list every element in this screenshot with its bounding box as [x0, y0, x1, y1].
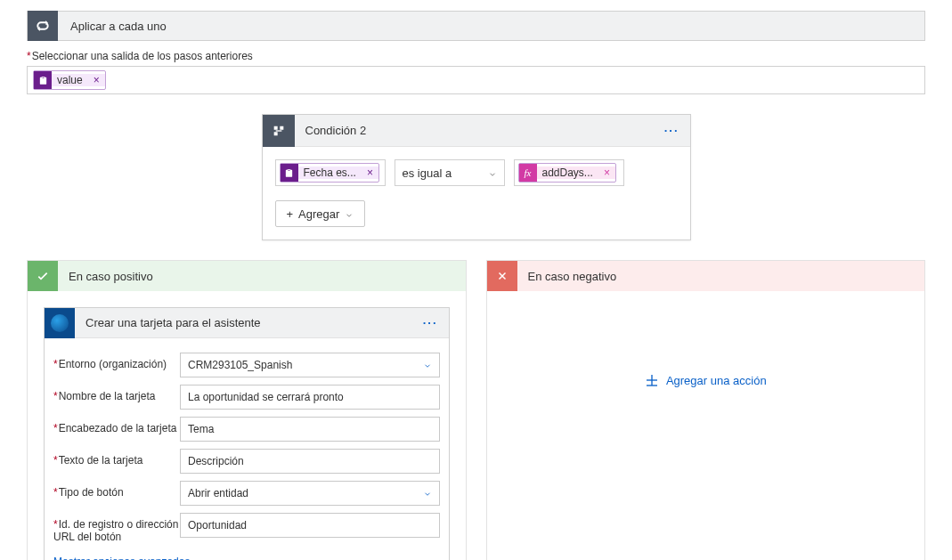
fecha-token[interactable]: Fecha es... ×: [280, 163, 379, 183]
condition-right-operand[interactable]: fx addDays... ×: [514, 159, 624, 186]
adddays-token[interactable]: fx addDays... ×: [518, 163, 616, 183]
token-label: Fecha es...: [298, 166, 362, 179]
positive-branch-header[interactable]: En caso positivo: [28, 261, 466, 291]
clipboard-icon: [34, 71, 52, 89]
condition-operator-select[interactable]: es igual a: [395, 159, 505, 186]
svg-rect-2: [647, 385, 657, 386]
chevron-down-icon: [423, 361, 432, 369]
buttontype-value: Abrir entidad: [188, 487, 248, 499]
foreach-step-header[interactable]: Aplicar a cada uno: [27, 11, 925, 41]
cardname-label: Nombre de la tarjeta: [53, 385, 180, 402]
cardheader-value: Tema: [188, 423, 214, 435]
chevron-down-icon: [345, 209, 354, 218]
add-action-icon: [645, 373, 659, 387]
recordid-input[interactable]: Oportunidad: [180, 513, 440, 538]
add-action-label: Agregar una acción: [666, 374, 767, 387]
chevron-down-icon: [488, 168, 497, 177]
create-card-action: Crear una tarjeta para el asistente ··· …: [44, 307, 450, 560]
action-header[interactable]: Crear una tarjeta para el asistente ···: [45, 308, 449, 338]
token-remove[interactable]: ×: [598, 166, 615, 179]
recordid-label: Id. de registro o dirección URL del botó…: [53, 513, 180, 543]
cardheader-input[interactable]: Tema: [180, 417, 440, 442]
env-value: CRM293105_Spanish: [188, 359, 292, 371]
cardname-input[interactable]: La oportunidad se cerrará pronto: [180, 385, 440, 410]
token-remove[interactable]: ×: [88, 74, 105, 86]
chevron-down-icon: [423, 489, 432, 498]
check-icon: [28, 261, 58, 291]
dynamics-icon: [45, 308, 75, 338]
cardtext-input[interactable]: Descripción: [180, 449, 440, 474]
plus-icon: +: [287, 207, 294, 221]
condition-title: Condición 2: [295, 124, 367, 137]
condition-header[interactable]: Condición 2 ···: [263, 115, 690, 147]
advanced-label: Mostrar opciones avanzadas: [53, 556, 190, 560]
svg-rect-1: [651, 375, 652, 386]
negative-branch: En caso negativo Agregar una acción: [486, 260, 926, 560]
recordid-value: Oportunidad: [188, 519, 247, 532]
foreach-input-row[interactable]: value ×: [27, 66, 925, 94]
cardname-value: La oportunidad se cerrará pronto: [188, 391, 344, 403]
negative-branch-header[interactable]: En caso negativo: [487, 261, 925, 291]
condition-card: Condición 2 ··· Fecha es... ×: [262, 114, 691, 240]
operator-value: es igual a: [403, 166, 452, 180]
fx-icon: fx: [519, 164, 537, 182]
close-icon: [487, 261, 517, 291]
env-label: Entorno (organización): [53, 353, 180, 370]
negative-branch-title: En caso negativo: [517, 270, 617, 283]
add-label: Agregar: [298, 207, 339, 221]
positive-branch: En caso positivo Crear una tarjeta para …: [27, 260, 467, 560]
action-title: Crear una tarjeta para el asistente: [75, 316, 261, 329]
action-menu-button[interactable]: ···: [423, 316, 449, 329]
loop-icon: [28, 11, 58, 41]
foreach-field-label: Seleccionar una salida de los pasos ante…: [27, 50, 925, 62]
buttontype-label: Tipo de botón: [53, 481, 180, 499]
value-token[interactable]: value ×: [33, 70, 106, 90]
condition-menu-button[interactable]: ···: [664, 124, 690, 137]
token-label: value: [52, 74, 88, 86]
add-condition-button[interactable]: + Agregar: [275, 200, 366, 227]
condition-icon: [263, 115, 295, 147]
cardheader-label: Encabezado de la tarjeta: [53, 417, 180, 434]
buttontype-select[interactable]: Abrir entidad: [180, 481, 440, 506]
condition-left-operand[interactable]: Fecha es... ×: [275, 159, 386, 186]
positive-branch-title: En caso positivo: [58, 270, 153, 283]
foreach-title: Aplicar a cada uno: [58, 20, 167, 33]
env-select[interactable]: CRM293105_Spanish: [180, 353, 440, 377]
add-action-button[interactable]: Agregar una acción: [645, 373, 767, 387]
cardtext-value: Descripción: [188, 455, 244, 467]
token-remove[interactable]: ×: [362, 166, 378, 179]
cardtext-label: Texto de la tarjeta: [53, 449, 180, 467]
token-label: addDays...: [537, 166, 598, 179]
show-advanced-link[interactable]: Mostrar opciones avanzadas: [53, 556, 204, 560]
clipboard-icon: [281, 164, 298, 182]
